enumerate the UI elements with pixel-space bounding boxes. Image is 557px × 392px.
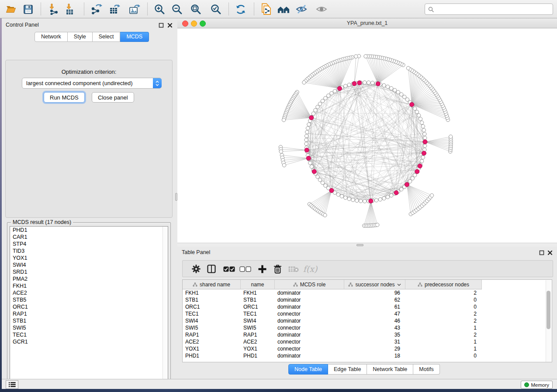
table-cell[interactable]: 0 [405, 296, 482, 303]
network-node[interactable] [408, 179, 412, 183]
leaf-node[interactable] [282, 118, 285, 122]
add-column-icon[interactable] [256, 263, 268, 275]
close-panel-button[interactable]: Close panel [92, 92, 134, 103]
mcds-node[interactable] [410, 102, 414, 107]
table-cell[interactable]: 2 [405, 289, 482, 296]
table-cell[interactable]: FKH1 [241, 289, 275, 296]
table-cell[interactable]: connector [275, 345, 344, 352]
network-node[interactable] [386, 195, 389, 199]
table-cell[interactable]: dominator [275, 296, 344, 303]
network-node[interactable] [421, 124, 425, 128]
table-cell[interactable]: RAP1 [183, 331, 241, 338]
tab-motifs[interactable]: Motifs [413, 364, 439, 375]
table-cell[interactable]: 35 [344, 331, 405, 338]
mcds-node[interactable] [306, 156, 311, 160]
tab-style[interactable]: Style [68, 32, 93, 42]
optimization-criterion-select[interactable]: largest connected component (undirected) [22, 78, 162, 89]
table-cell[interactable]: SWI5 [241, 324, 275, 331]
network-node[interactable] [314, 108, 317, 112]
mcds-result-item[interactable]: FKH1 [10, 282, 168, 289]
float-panel-icon[interactable] [539, 249, 544, 257]
table-cell[interactable]: ACE2 [241, 338, 275, 345]
table-cell[interactable]: 29 [344, 345, 405, 352]
mcds-node[interactable] [418, 164, 422, 168]
zoom-selected-icon[interactable] [210, 3, 222, 15]
save-icon[interactable] [22, 3, 34, 15]
table-row[interactable]: SWI4SWI4dominator462 [183, 317, 482, 324]
table-cell[interactable]: ACE2 [183, 338, 241, 345]
network-node[interactable] [318, 102, 322, 106]
mcds-result-list[interactable]: PHD1CAR1STP4TID3YOX1SWI4SRD1PMA2FKH1ACE2… [10, 226, 168, 383]
table-row[interactable]: RAP1RAP1dominator352 [183, 331, 482, 338]
network-node[interactable] [423, 132, 426, 136]
network-node[interactable] [422, 128, 426, 132]
export-image-icon[interactable] [128, 3, 141, 15]
zoom-in-icon[interactable] [153, 3, 166, 15]
import-network-icon[interactable] [48, 3, 60, 15]
table-cell[interactable]: 31 [344, 338, 405, 345]
table-cell[interactable]: dominator [275, 352, 344, 359]
mcds-node[interactable] [423, 140, 427, 144]
network-node[interactable] [316, 105, 319, 109]
table-cell[interactable]: dominator [275, 317, 344, 324]
network-node[interactable] [327, 94, 330, 97]
network-node[interactable] [400, 93, 403, 96]
network-node[interactable] [311, 112, 315, 115]
table-cell[interactable]: 46 [344, 317, 405, 324]
delete-column-trash-icon[interactable] [271, 263, 284, 275]
network-node[interactable] [378, 198, 382, 201]
table-cell[interactable]: dominator [275, 289, 344, 296]
network-node[interactable] [321, 181, 324, 185]
table-row[interactable]: SWI5SWI5connector431 [183, 324, 482, 331]
network-node[interactable] [324, 96, 327, 100]
scrollbar-thumb[interactable] [547, 291, 550, 329]
memory-button[interactable]: Memory [521, 381, 553, 389]
network-node[interactable] [400, 187, 403, 191]
network-graph[interactable] [177, 28, 557, 243]
table-cell[interactable]: 18 [344, 352, 405, 359]
mcds-node[interactable] [309, 116, 314, 120]
mcds-result-item[interactable]: TEC1 [10, 331, 168, 338]
mcds-node[interactable] [415, 169, 419, 174]
show-details-eye-icon[interactable] [316, 3, 328, 15]
network-node[interactable] [390, 193, 393, 197]
leaf-node[interactable] [449, 135, 452, 138]
mcds-node[interactable] [369, 199, 373, 203]
tab-network[interactable]: Network [35, 32, 68, 42]
mcds-result-item[interactable]: SRD1 [10, 268, 168, 275]
float-panel-icon[interactable] [159, 22, 164, 30]
mcds-result-item[interactable]: YOX1 [10, 254, 168, 261]
tab-edge-table[interactable]: Edge Table [328, 364, 367, 375]
table-row[interactable]: ORC1ORC1dominator610 [183, 303, 482, 310]
column-header-predecessor-nodes[interactable]: predecessor nodes [405, 280, 482, 289]
table-row[interactable]: PHD1PHD1dominator180 [183, 352, 482, 359]
network-node[interactable] [316, 175, 319, 179]
minimize-window-icon[interactable] [191, 21, 197, 27]
network-node[interactable] [304, 142, 308, 145]
table-cell[interactable]: connector [275, 310, 344, 317]
network-node[interactable] [310, 165, 313, 168]
mcds-node[interactable] [312, 169, 316, 174]
deselect-all-icon[interactable] [239, 263, 251, 275]
maximize-window-icon[interactable] [200, 21, 206, 27]
leaf-node[interactable] [430, 194, 433, 197]
mcds-result-item[interactable]: PMA2 [10, 275, 168, 282]
node-table[interactable]: shared namenameMCDS rolesuccessor nodesp… [182, 279, 552, 362]
leaf-node[interactable] [406, 66, 410, 70]
table-cell[interactable]: 47 [344, 310, 405, 317]
network-node[interactable] [318, 178, 322, 182]
network-node[interactable] [390, 86, 393, 90]
network-node[interactable] [374, 199, 378, 202]
network-node[interactable] [347, 83, 351, 86]
network-node[interactable] [351, 198, 355, 202]
network-node[interactable] [305, 130, 309, 134]
table-cell[interactable]: 1 [405, 345, 482, 352]
mcds-result-item[interactable]: PHD1 [10, 227, 168, 234]
close-window-icon[interactable] [182, 21, 188, 27]
table-cell[interactable]: TEC1 [183, 310, 241, 317]
network-node[interactable] [344, 84, 347, 88]
mcds-node[interactable] [422, 151, 426, 155]
table-cell[interactable]: YOX1 [183, 345, 241, 352]
tab-network-table[interactable]: Network Table [367, 364, 413, 375]
mcds-result-item[interactable]: TID3 [10, 248, 168, 254]
